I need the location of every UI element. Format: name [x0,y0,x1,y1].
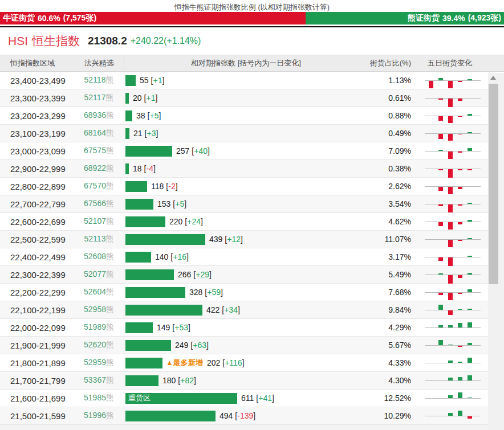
sparkline-baseline [425,239,481,240]
sparkline-bar [438,169,443,170]
one-day-change: [+29] [193,270,212,279]
sparkline-bar [458,204,462,206]
one-day-change: [+63] [190,341,209,350]
warrant-code-link[interactable]: 52107熊 [74,216,124,227]
warrant-code: 67570 [84,181,106,190]
contracts-value: 18 [133,164,142,173]
warrant-code: 68922 [84,163,106,173]
sparkline-bar [448,99,453,107]
five-day-sparkline [412,337,487,354]
warrant-type-suffix: 熊 [106,252,114,261]
sparkline-bar [448,293,453,300]
contracts-bar-cell: 257 [+40] [124,142,368,159]
index-range-cell: 22,600-22,699 [0,217,74,227]
scrollbar-track[interactable] [488,73,504,430]
sparkline-bar [458,411,462,416]
warrant-type-suffix: 熊 [106,163,114,173]
index-range-cell: 22,900-22,999 [0,164,74,174]
oi-percent-cell: 0.88% [368,111,412,120]
sparkline-bar [448,413,453,416]
warrant-code-link[interactable]: 67570熊 [74,181,124,191]
oi-percent-cell: 12.52% [368,394,412,403]
warrant-code-link[interactable]: 51996熊 [74,411,124,421]
one-day-change: [+24] [185,217,203,226]
five-day-sparkline [412,284,487,301]
table-row: 21,800-21,899 52959熊 ▲最多新增 202 [+116] 4.… [0,354,488,372]
warrant-code-link[interactable]: 68164熊 [74,128,124,138]
one-day-change: [+40] [192,146,210,155]
warrant-type-suffix: 熊 [106,322,114,331]
table-row: 22,000-22,099 51989熊 149 [+53] 4.29% [0,319,488,337]
warrant-code-link[interactable]: 52077熊 [74,269,124,280]
warrant-code-link[interactable]: 52118熊 [74,75,124,85]
sparkline-bar [468,398,472,398]
contracts-bar-cell: 494 [-139] [124,407,368,424]
contracts-bar [125,93,129,104]
warrant-code: 52608 [84,252,106,261]
warrant-code-link[interactable]: 52604熊 [74,287,124,297]
oi-percent-cell: 4.33% [368,358,412,367]
one-day-change: [-139] [235,411,255,420]
sparkline-bar [438,257,443,261]
oi-percent-cell: 1.13% [368,76,412,85]
sparkline-bar [468,416,472,419]
warrant-code-link[interactable]: 52620熊 [74,340,124,350]
sparkline-baseline [425,363,481,363]
warrant-code-link[interactable]: 52117熊 [74,93,124,103]
sparkline-bar [468,309,472,310]
contracts-bar-cell: 266 [+29] [124,266,368,283]
sparkline-baseline [425,169,481,169]
sparkline-bar [458,134,462,134]
bear-percent: 39.4% [442,14,465,23]
index-range-cell: 23,100-23,199 [0,129,74,138]
table-header-row: 恒指指数区域 法兴精选 相对期指张数 [括号内为一日变化] 街货占比(%) 五日… [0,55,504,72]
warrant-code-link[interactable]: 68922熊 [74,163,124,174]
warrant-type-suffix: 熊 [106,393,114,402]
index-range-cell: 23,400-23,499 [0,76,74,85]
oi-percent-cell: 0.61% [368,93,412,103]
warrant-type-suffix: 熊 [105,234,113,243]
scrollbar-up-arrow-icon[interactable] [490,76,496,80]
warrant-code-link[interactable]: 67566熊 [74,199,124,209]
warrant-type-suffix: 熊 [106,375,114,384]
column-header-oi-percent: 街货占比(%) [368,58,412,68]
one-day-change: [+59] [205,288,223,297]
warrant-code: 68936 [84,110,106,120]
warrant-code-link[interactable]: 51985熊 [74,393,124,403]
contracts-bar-cell: 21 [+3] [124,125,368,142]
bear-count: (4,923张) [468,13,501,23]
warrant-code-link[interactable]: 52113熊 [74,234,124,244]
scrollbar-thumb[interactable] [489,84,498,284]
most-new-badge: ▲最多新增 [166,358,203,368]
index-range-cell: 21,900-21,999 [0,341,74,350]
contracts-bar-cell: ▲最多新增 202 [+116] [124,354,368,371]
sparkline-bar [438,340,443,345]
sparkline-baseline [425,186,481,187]
table-row: 22,600-22,699 52107熊 220 [+24] 4.62% [0,213,488,231]
contracts-bar-cell: 422 [+34] [124,301,368,318]
bear-label: 熊证街货 [408,13,440,23]
warrant-code-link[interactable]: 51989熊 [74,322,124,333]
oi-percent-cell: 4.62% [368,217,412,226]
warrant-code-link[interactable]: 67575熊 [74,146,124,156]
warrant-code-link[interactable]: 52959熊 [74,358,124,368]
oi-percent-cell: 4.30% [368,376,412,385]
index-range-cell: 23,200-23,299 [0,111,74,121]
warrant-code: 52620 [84,340,106,349]
warrant-code: 51985 [84,393,106,402]
sparkline-bar [448,116,453,123]
contracts-value: 55 [140,76,149,85]
warrant-code-link[interactable]: 53367熊 [74,375,124,386]
contracts-bar [125,163,129,174]
warrant-code-link[interactable]: 52958熊 [74,305,124,315]
oi-percent-cell: 7.68% [368,288,412,297]
warrant-code: 53367 [84,375,106,384]
bull-count: (7,575张) [63,13,96,23]
warrant-code-link[interactable]: 68936熊 [74,110,124,121]
sparkline-bar [438,325,443,327]
index-quote-header: HSI 恒生指数 21308.2 +240.22(+1.14%) [0,27,504,55]
index-range-cell: 22,100-22,199 [0,305,74,315]
warrant-code-link[interactable]: 52608熊 [74,252,124,262]
contracts-bar [125,375,158,386]
sparkline-bar [438,222,443,226]
